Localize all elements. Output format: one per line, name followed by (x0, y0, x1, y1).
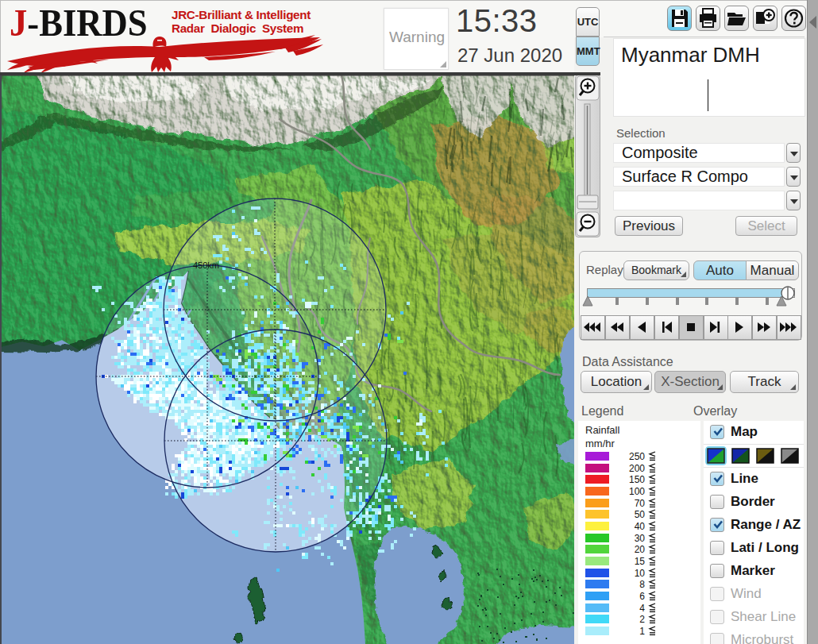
svg-text:450km: 450km (193, 260, 219, 270)
